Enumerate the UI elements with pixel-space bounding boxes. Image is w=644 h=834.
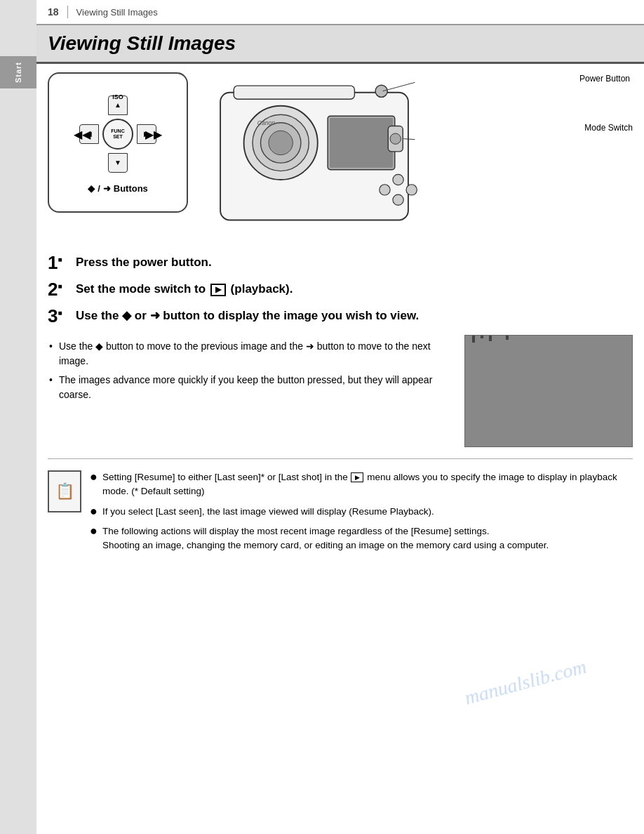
- header-divider: [67, 6, 68, 18]
- section-divider: [48, 458, 633, 459]
- playback-icon: ▶: [210, 284, 226, 296]
- step-2-dot: ■: [58, 282, 62, 290]
- svg-line-16: [383, 82, 415, 91]
- diagram-section: ▲ ▼ ◀ ▶ FUNCSET ◀◀ ▶▶: [48, 72, 633, 241]
- step-3-headline: 3■ Use the ◆ or ➜ button to display the …: [48, 308, 633, 326]
- tree-5: [506, 335, 509, 340]
- arrow-left-extended: ◀◀: [74, 127, 90, 140]
- header-title: Viewing Still Images: [76, 7, 158, 18]
- svg-rect-7: [330, 118, 393, 168]
- svg-point-5: [269, 131, 293, 154]
- arrow-right-extended: ▶▶: [145, 127, 162, 140]
- main-content: 18 Viewing Still Images Viewing Still Im…: [36, 0, 644, 567]
- svg-point-10: [375, 85, 387, 97]
- page-number: 18: [48, 6, 59, 18]
- svg-point-12: [380, 185, 390, 195]
- content-area: ▲ ▼ ◀ ▶ FUNCSET ◀◀ ▶▶: [36, 64, 644, 567]
- note-3: ● The following actions will display the…: [90, 524, 633, 553]
- button-label: ◆ / ➜ Buttons: [88, 183, 148, 194]
- step-2-intro: Set the mode switch to: [76, 282, 206, 296]
- left-arrow-icon: ◆: [88, 183, 95, 194]
- note-box: 📋 ● Setting [Resume] to either [Last see…: [48, 470, 633, 558]
- step-1-dot: ■: [58, 256, 62, 263]
- watermark: manualslib.com: [462, 655, 589, 709]
- svg-rect-1: [234, 86, 354, 99]
- step-1-text: Press the power button.: [76, 255, 633, 270]
- note-icon: 📋: [48, 470, 81, 512]
- svg-point-9: [390, 133, 401, 144]
- tree-2: [481, 335, 483, 338]
- sidebar-tab: Start: [0, 56, 36, 88]
- note-2-text: If you select [Last seen], the last imag…: [102, 505, 434, 519]
- bullet-1: Use the ◆ button to move to the previous…: [48, 339, 453, 369]
- bullet-2: The images advance more quickly if you k…: [48, 373, 453, 402]
- right-arrow-icon: ➜: [103, 183, 111, 194]
- note-1: ● Setting [Resume] to either [Last seen]…: [90, 470, 633, 499]
- note-icon-symbol: 📋: [55, 482, 74, 501]
- note-content: ● Setting [Resume] to either [Last seen]…: [90, 470, 633, 558]
- note-1-text: Setting [Resume] to either [Last seen]* …: [102, 470, 633, 499]
- svg-text:Canon: Canon: [257, 119, 276, 126]
- title-section: Viewing Still Images: [36, 25, 644, 64]
- step-3-dot: ■: [58, 309, 62, 317]
- step-3-number: 3■: [48, 307, 73, 325]
- control-pad: ▲ ▼ ◀ ▶ FUNCSET ◀◀ ▶▶: [76, 92, 160, 176]
- step-2-text: Set the mode switch to ▶ (playback).: [76, 282, 633, 297]
- step-2-number: 2■: [48, 280, 73, 298]
- menu-icon: ▶: [351, 472, 363, 482]
- note-2-bullet: ●: [90, 505, 102, 519]
- note-3-content: The following actions will display the m…: [102, 524, 549, 553]
- page-title: Viewing Still Images: [48, 32, 633, 55]
- note-3-bullet: ●: [90, 524, 102, 538]
- step-3-bullets: Use the ◆ button to move to the previous…: [48, 339, 453, 402]
- mode-switch-label: Mode Switch: [584, 123, 633, 133]
- control-pad-box: ▲ ▼ ◀ ▶ FUNCSET ◀◀ ▶▶: [48, 72, 188, 213]
- iso-label: ISO: [112, 93, 123, 100]
- sidebar: Start: [0, 0, 36, 834]
- page-header: 18 Viewing Still Images: [36, 0, 644, 25]
- step-3-text: Use the ◆ or ➜ button to display the ima…: [76, 308, 633, 324]
- note-3-text: The following actions will display the m…: [102, 524, 549, 538]
- note-3-sub: Shooting an image, changing the memory c…: [102, 538, 549, 552]
- dpad-center: FUNCSET: [102, 119, 133, 150]
- camera-diagram: Canon Power Button Mode Switch: [202, 72, 633, 241]
- note-1-bullet: ●: [90, 470, 102, 484]
- svg-point-14: [406, 185, 417, 195]
- photo-trees: [472, 335, 509, 343]
- tree-3: [489, 335, 492, 341]
- power-button-label: Power Button: [579, 74, 630, 84]
- step-2-end: (playback).: [231, 282, 293, 296]
- note-2: ● If you select [Last seen], the last im…: [90, 505, 633, 519]
- sidebar-tab-text: Start: [14, 62, 22, 83]
- step-1-number: 1■: [48, 253, 73, 272]
- buttons-text: Buttons: [114, 183, 148, 194]
- step-1: 1■ Press the power button.: [48, 255, 633, 273]
- step-3-wrapper: 3■ Use the ◆ or ➜ button to display the …: [48, 308, 633, 447]
- sample-photo: [464, 335, 633, 447]
- step-3-detail: Use the ◆ button to move to the previous…: [48, 335, 453, 406]
- step-2: 2■ Set the mode switch to ▶ (playback).: [48, 282, 633, 300]
- tree-1: [472, 335, 475, 343]
- svg-point-11: [393, 174, 403, 185]
- camera-svg: Canon: [202, 72, 427, 227]
- dpad: ▲ ▼ ◀ ▶ FUNCSET ◀◀ ▶▶: [79, 95, 156, 173]
- dpad-bottom: ▼: [108, 153, 128, 173]
- step-3-content: Use the ◆ button to move to the previous…: [48, 335, 633, 447]
- tree-4: [497, 335, 500, 336]
- svg-point-13: [393, 194, 403, 205]
